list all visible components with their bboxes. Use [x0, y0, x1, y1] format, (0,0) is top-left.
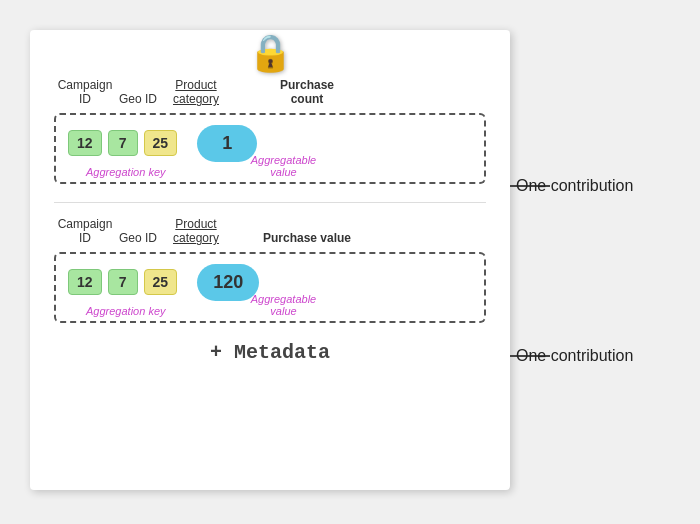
- cell-product-2: 25: [144, 269, 178, 295]
- lock-icon: 🔒: [248, 32, 293, 74]
- header-product-2: Product category: [160, 217, 232, 246]
- cell-product-1: 25: [144, 130, 178, 156]
- connector-2: One contribution: [510, 355, 550, 357]
- header-purchase-2: Purchase value: [262, 231, 352, 245]
- dashed-box-1: 12 7 25 1 Aggregation key Aggregatable v…: [54, 113, 486, 184]
- contribution-block-2: Campaign ID Geo ID Product category Purc…: [54, 217, 486, 323]
- agg-val-label-2: Aggregatable value: [241, 293, 326, 317]
- header-geo-1: Geo ID: [116, 92, 160, 106]
- cell-campaign-1: 12: [68, 130, 102, 156]
- divider: [54, 202, 486, 203]
- cell-geo-2: 7: [108, 269, 138, 295]
- cell-geo-1: 7: [108, 130, 138, 156]
- key-cells-1: 12 7 25: [68, 130, 177, 156]
- header-purchase-1: Purchase count: [262, 78, 352, 107]
- page-container: 🔒 Campaign ID Geo ID Product category Pu…: [0, 0, 700, 524]
- header-geo-2: Geo ID: [116, 231, 160, 245]
- agg-key-label-1: Aggregation key: [86, 166, 166, 178]
- main-card: 🔒 Campaign ID Geo ID Product category Pu…: [30, 30, 510, 490]
- side-label-2: One contribution: [516, 347, 633, 365]
- headers-row-2: Campaign ID Geo ID Product category Purc…: [54, 217, 486, 246]
- header-campaign-2: Campaign ID: [54, 217, 116, 246]
- cell-campaign-2: 12: [68, 269, 102, 295]
- key-cells-2: 12 7 25: [68, 269, 177, 295]
- side-label-1: One contribution: [516, 177, 633, 195]
- connector-1: One contribution: [510, 185, 550, 187]
- header-product-1: Product category: [160, 78, 232, 107]
- dashed-box-2: 12 7 25 120 Aggregation key Aggregatable…: [54, 252, 486, 323]
- agg-key-label-2: Aggregation key: [86, 305, 166, 317]
- metadata-text: + Metadata: [54, 341, 486, 364]
- agg-val-label-1: Aggregatable value: [241, 154, 326, 178]
- header-campaign-1: Campaign ID: [54, 78, 116, 107]
- headers-row-1: Campaign ID Geo ID Product category Purc…: [54, 78, 486, 107]
- contribution-block-1: Campaign ID Geo ID Product category Purc…: [54, 78, 486, 184]
